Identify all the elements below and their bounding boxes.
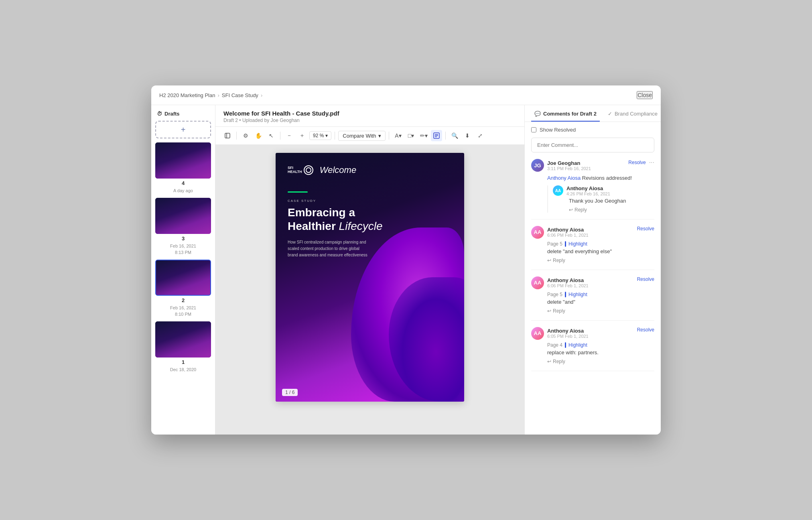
comment-body-text-1: Revisions addressed! (581, 175, 632, 181)
comment-user-info-2: AA Anthony Aiosa 6:06 PM Feb 1, 2021 (531, 226, 589, 239)
show-resolved-checkbox[interactable] (531, 127, 536, 132)
show-resolved-label: Show Resolved (540, 127, 576, 133)
avatar-anthony-2: AA (531, 226, 544, 239)
comment-menu-1[interactable]: ··· (649, 159, 654, 166)
tab-brand-compliance[interactable]: ✓ Brand Compliance (605, 105, 661, 122)
zoom-selector[interactable]: 92 % ▾ (309, 131, 331, 140)
resolve-button-3[interactable]: Resolve (637, 276, 654, 282)
page-ref-text-2: Page 5 (547, 241, 562, 247)
breadcrumb-parent[interactable]: H2 2020 Marketing Plan (159, 92, 215, 98)
breadcrumb: H2 2020 Marketing Plan › SFI Case Study … (159, 92, 262, 98)
draft-item-1[interactable]: 1 Dec 18, 2020 (155, 321, 211, 373)
expand-button[interactable]: ⤢ (475, 130, 486, 141)
download-button[interactable]: ⬇ (462, 130, 473, 141)
pdf-title-italic: Lifecycle (339, 220, 383, 232)
avatar-anthony-reply: AA (553, 185, 563, 196)
highlight-tag-4[interactable]: Highlight (568, 342, 587, 348)
mention-joe-reply[interactable]: Joe Geoghan (595, 198, 626, 204)
breadcrumb-child[interactable]: SFI Case Study (222, 92, 258, 98)
comment-name-time-1: Joe Geoghan 3:11 PM Feb 16, 2021 (547, 160, 591, 171)
page-ref-line-3 (565, 292, 566, 297)
svg-rect-0 (225, 133, 230, 138)
breadcrumb-sep-1: › (217, 92, 219, 98)
nested-name-1: Anthony Aiosa (566, 185, 610, 191)
draft-num-3: 3 (182, 236, 185, 242)
add-draft-button[interactable]: + (155, 121, 211, 138)
resolve-button-4[interactable]: Resolve (637, 327, 654, 333)
comment-text-4: replace with: partners. (547, 349, 654, 355)
top-bar: H2 2020 Marketing Plan › SFI Case Study … (151, 85, 661, 105)
draw-tool-button[interactable]: ✏▾ (418, 130, 429, 141)
avatar-anthony-4: AA (531, 327, 544, 340)
settings-button[interactable]: ⚙ (240, 130, 251, 141)
close-button[interactable]: Close (637, 91, 653, 99)
comment-actions-3: Resolve (637, 276, 654, 282)
mention-anthony-1[interactable]: Anthony Aiosa (547, 175, 581, 181)
reply-icon-4: ↩ (547, 359, 551, 364)
comment-input[interactable] (531, 138, 654, 152)
comments-area[interactable]: Show Resolved JG Joe Geoghan 3:11 PM Feb… (525, 122, 661, 435)
page-ref-text-4: Page 4 (547, 342, 562, 348)
tab-comments[interactable]: 💬 Comments for Draft 2 (531, 105, 600, 122)
comment-header-4: AA Anthony Aiosa 6:05 PM Feb 1, 2021 Res… (531, 327, 654, 340)
zoom-value: 92 % (313, 133, 324, 138)
select-button[interactable]: ↖ (266, 130, 277, 141)
draft-item-3[interactable]: 3 Feb 16, 2021 8:13 PM (155, 198, 211, 256)
comment-time-2: 6:06 PM Feb 1, 2021 (547, 233, 589, 238)
reply-icon-1: ↩ (569, 207, 573, 213)
reply-indent-1: AA Anthony Aiosa 4:26 PM Feb 16, 2021 Th… (547, 185, 654, 213)
reply-button-3[interactable]: ↩ Reply (547, 308, 654, 314)
pdf-area[interactable]: SFI HEALTH Welcome CASE STUDY Embracing … (215, 145, 524, 435)
reply-label-2: Reply (553, 258, 565, 263)
resolve-button-1[interactable]: Resolve (628, 160, 646, 165)
page-ref-4: Page 4 Highlight (547, 342, 654, 348)
sfi-logo-icon (304, 165, 313, 175)
sidebar-toggle-button[interactable] (222, 130, 233, 141)
comment-name-time-3: Anthony Aiosa 6:06 PM Feb 1, 2021 (547, 277, 589, 288)
pdf-page: SFI HEALTH Welcome CASE STUDY Embracing … (276, 153, 464, 402)
doc-title: Welcome for SFI Health - Case Study.pdf (223, 110, 516, 117)
comment-name-time-2: Anthony Aiosa 6:06 PM Feb 1, 2021 (547, 227, 589, 238)
zoom-in-button[interactable]: ＋ (296, 130, 308, 141)
draft-item-2[interactable]: 2 Feb 16, 2021 8:10 PM (155, 260, 211, 317)
comment-name-2: Anthony Aiosa (547, 227, 589, 233)
search-button[interactable]: 🔍 (449, 130, 460, 141)
pan-button[interactable]: ✋ (253, 130, 264, 141)
avatar-anthony-3: AA (531, 276, 544, 289)
compare-with-button[interactable]: Compare With ▾ (338, 131, 386, 141)
reply-button-4[interactable]: ↩ Reply (547, 359, 654, 364)
sfi-logo-box: SFI HEALTH (288, 165, 313, 175)
comment-name-time-4: Anthony Aiosa 6:05 PM Feb 1, 2021 (547, 328, 589, 339)
tab-brand-label: Brand Compliance (615, 111, 658, 117)
doc-header: Welcome for SFI Health - Case Study.pdf … (215, 105, 524, 127)
text-tool-button[interactable]: A▾ (392, 130, 404, 141)
draft-num-2: 2 (182, 297, 185, 303)
resolve-button-2[interactable]: Resolve (637, 226, 654, 232)
reply-button-nested-1[interactable]: ↩ Reply (569, 207, 654, 213)
pdf-logo: SFI HEALTH Welcome (288, 165, 452, 175)
draft-thumb-4 (155, 142, 211, 179)
reply-button-2[interactable]: ↩ Reply (547, 258, 654, 263)
pdf-welcome-text: Welcome (320, 165, 356, 175)
page-ref-line-2 (565, 241, 566, 247)
draft-date-2: Feb 16, 2021 8:10 PM (170, 305, 196, 317)
draft-num-1: 1 (182, 359, 185, 365)
center-area: Welcome for SFI Health - Case Study.pdf … (215, 105, 524, 435)
shape-tool-button[interactable]: □▾ (405, 130, 416, 141)
toolbar-sep-1 (236, 132, 237, 140)
toolbar-sep-3 (335, 132, 335, 140)
highlight-tag-3[interactable]: Highlight (568, 292, 587, 297)
draft-date-4: A day ago (173, 188, 193, 194)
comment-block-3: AA Anthony Aiosa 6:06 PM Feb 1, 2021 Res… (531, 276, 654, 321)
reply-label-4: Reply (553, 359, 565, 364)
annotation-tool-button[interactable] (431, 130, 442, 141)
highlight-tag-2[interactable]: Highlight (568, 241, 587, 247)
comment-time-4: 6:05 PM Feb 1, 2021 (547, 334, 589, 339)
draft-item-4[interactable]: 4 A day ago (155, 142, 211, 194)
zoom-out-button[interactable]: － (284, 130, 295, 141)
pdf-case-line (288, 191, 308, 193)
comment-block-4: AA Anthony Aiosa 6:05 PM Feb 1, 2021 Res… (531, 327, 654, 371)
avatar-joe-img: JG (531, 159, 544, 172)
reply-icon-2: ↩ (547, 258, 551, 263)
reply-icon-3: ↩ (547, 308, 551, 314)
